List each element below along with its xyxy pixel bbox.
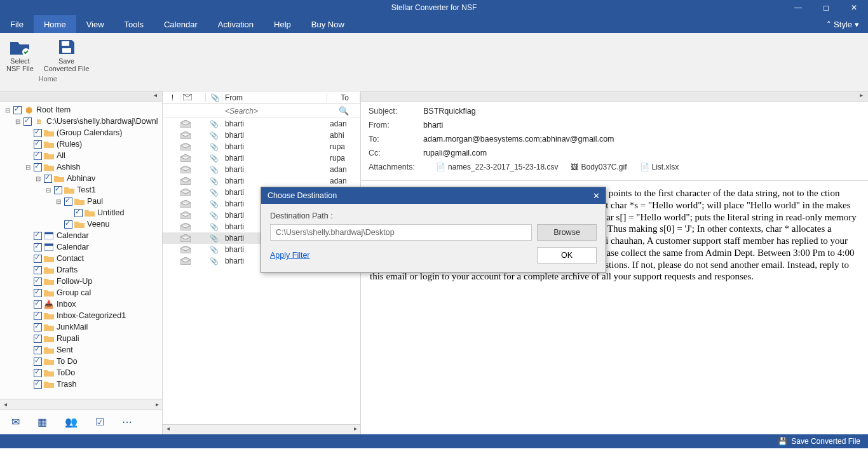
menu-view[interactable]: View [76,15,114,33]
expand-icon[interactable]: ⊟ [44,187,52,194]
tree-node[interactable]: JunkMail [0,321,162,333]
tree-scrollbar[interactable]: ◂ ▸ [0,399,162,409]
expand-icon[interactable]: ⊟ [34,175,42,182]
checkbox[interactable] [54,186,62,194]
checkbox[interactable] [34,129,42,137]
tree-node[interactable]: Untitled [0,207,162,218]
expand-icon[interactable]: ⊟ [55,198,62,205]
tree-node[interactable]: ⊟🗎C:\Users\shelly.bhardwaj\Downl [0,116,162,127]
col-to[interactable]: To [327,93,360,102]
status-save-label[interactable]: Save Converted File [791,437,860,446]
tree-node[interactable]: ⊟Ashish [0,161,162,173]
checkbox[interactable] [64,197,72,206]
col-attachment[interactable]: 📎 [206,93,222,102]
tree-node[interactable]: Group cal [0,287,162,298]
browse-button[interactable]: Browse [537,224,597,241]
calendar-grid-icon[interactable]: ▦ [37,416,47,428]
tree-node[interactable]: Trash [0,378,162,390]
checkbox[interactable] [34,289,42,297]
scroll-right-icon[interactable]: ▸ [350,425,360,434]
tree-node[interactable]: Follow-Up [0,276,162,287]
checkbox[interactable] [34,369,42,377]
attachment-item[interactable]: 🖼Body037C.gif [571,163,627,171]
tree-collapse-handle[interactable]: ◂ [0,91,162,102]
tree-node[interactable]: (Rules) [0,138,162,150]
tree-node[interactable]: Calendar [0,230,162,241]
checkbox[interactable] [24,117,32,126]
tree-node[interactable]: Rupali [0,333,162,344]
expand-icon[interactable]: ⊟ [14,118,22,125]
checkbox[interactable] [34,232,42,240]
tree-node[interactable]: Sent [0,344,162,356]
more-icon[interactable]: ⋯ [122,416,132,428]
checkbox[interactable] [34,152,42,160]
tree-node[interactable]: ToDo [0,367,162,378]
menu-tools[interactable]: Tools [114,15,154,33]
checkbox[interactable] [34,346,42,354]
contacts-icon[interactable]: 👥 [65,416,78,428]
style-dropdown[interactable]: ˄ Style ▾ [818,15,868,33]
menu-home[interactable]: Home [34,15,76,33]
col-from[interactable]: From [222,93,327,102]
tree-body[interactable]: ⊟⬢Root Item⊟🗎C:\Users\shelly.bhardwaj\Do… [0,102,162,399]
minimize-button[interactable]: — [784,0,812,15]
tree-node[interactable]: Inbox-Categorized1 [0,310,162,321]
tree-node[interactable]: ⊟⬢Root Item [0,104,162,116]
msg-scrollbar[interactable]: ◂ ▸ [163,424,360,434]
col-flag[interactable]: ! [163,93,180,102]
tree-node[interactable]: Drafts [0,264,162,276]
checkbox[interactable] [34,266,42,274]
save-converted-file-button[interactable]: Save Converted File [41,37,92,72]
message-row[interactable]: 📎bhartiadan [163,164,360,175]
checkbox[interactable] [44,175,52,183]
menu-file[interactable]: File [0,15,34,33]
scroll-left-icon[interactable]: ◂ [163,425,173,434]
tree-node[interactable]: Veenu [0,218,162,230]
checkbox[interactable] [13,106,22,114]
checkbox[interactable] [34,335,42,343]
destination-path-input[interactable]: C:\Users\shelly.bhardwaj\Desktop [270,224,532,241]
tree-node[interactable]: ⊟Test1 [0,184,162,196]
tree-node[interactable]: (Group Calendars) [0,127,162,138]
checkbox[interactable] [34,140,42,149]
tree-node[interactable]: ⊟Paul [0,196,162,207]
dialog-close-button[interactable]: ✕ [587,191,606,201]
message-row[interactable]: 📎bhartiabhi [163,130,360,141]
checkbox[interactable] [34,323,42,331]
apply-filter-link[interactable]: Apply Filter [270,251,310,260]
menu-buy-now[interactable]: Buy Now [301,15,355,33]
expand-icon[interactable]: ⊟ [24,164,32,171]
maximize-button[interactable]: ◻ [812,0,840,15]
tree-node[interactable]: ⊟Abhinav [0,173,162,184]
tree-node[interactable]: 📥Inbox [0,298,162,310]
select-nsf-file-button[interactable]: Select NSF File [4,37,36,72]
message-row[interactable]: 📎bhartiadan [163,118,360,130]
checkbox[interactable] [34,243,42,251]
attachment-item[interactable]: 📄List.xlsx [640,163,679,171]
checkbox[interactable] [74,209,83,217]
checkbox[interactable] [64,220,72,229]
scroll-left-icon[interactable]: ◂ [0,401,10,408]
close-button[interactable]: ✕ [840,0,868,15]
checkbox[interactable] [34,300,42,309]
mail-icon[interactable]: ✉ [11,416,20,428]
message-row[interactable]: 📎bhartiadan [163,175,360,187]
checkbox[interactable] [34,163,42,171]
tasks-icon[interactable]: ☑ [95,416,104,428]
message-row[interactable]: 📎bhartirupa [163,152,360,164]
menu-help[interactable]: Help [264,15,301,33]
checkbox[interactable] [34,277,42,286]
checkbox[interactable] [34,255,42,263]
tree-node[interactable]: Contact [0,253,162,264]
checkbox[interactable] [34,380,42,389]
menu-calendar[interactable]: Calendar [154,15,208,33]
ok-button[interactable]: OK [537,247,597,264]
menu-activation[interactable]: Activation [208,15,264,33]
search-icon[interactable]: 🔍 [327,106,360,116]
message-row[interactable]: 📎bhartirupa [163,141,360,152]
tree-node[interactable]: To Do [0,356,162,367]
tree-node[interactable]: Calendar [0,241,162,253]
col-envelope[interactable] [180,93,206,102]
checkbox[interactable] [34,357,42,366]
scroll-right-icon[interactable]: ▸ [152,401,162,408]
